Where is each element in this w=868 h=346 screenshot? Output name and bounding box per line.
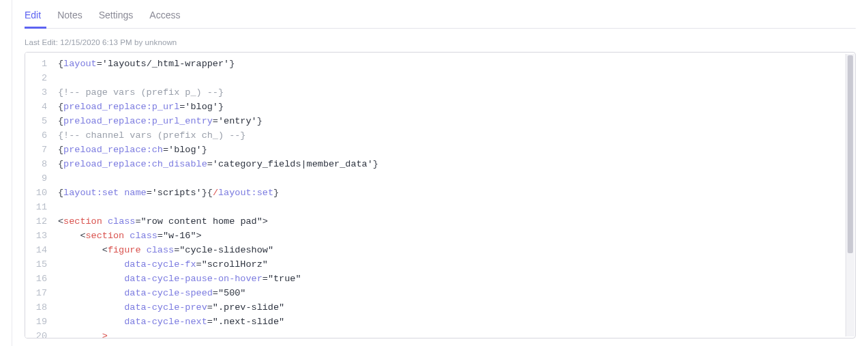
last-edit-value: 12/15/2020 6:13 PM by unknown — [60, 38, 177, 46]
line-number: 20 — [25, 329, 47, 338]
code-line[interactable]: data-cycle-next=".next-slide" — [58, 315, 848, 329]
code-line[interactable]: {preload_replace:ch_disable='category_fi… — [58, 157, 848, 171]
line-number: 15 — [25, 257, 47, 272]
line-number: 5 — [25, 114, 47, 128]
code-editor-viewport: 1234567891011121314151617181920 {layout=… — [25, 53, 855, 338]
code-line[interactable]: {preload_replace:ch='blog'} — [58, 143, 848, 157]
line-number-gutter: 1234567891011121314151617181920 — [25, 53, 51, 338]
tab-edit[interactable]: Edit — [25, 10, 49, 28]
line-number: 3 — [25, 85, 47, 100]
left-edge-strip — [0, 0, 12, 346]
code-line[interactable]: data-cycle-pause-on-hover="true" — [58, 272, 848, 286]
line-number: 19 — [25, 315, 47, 329]
code-editor[interactable]: 1234567891011121314151617181920 {layout=… — [25, 52, 856, 338]
last-edit-prefix: Last Edit: — [25, 38, 60, 46]
code-line[interactable]: <section class="w-16"> — [58, 229, 848, 243]
line-number: 11 — [25, 200, 47, 214]
code-line[interactable] — [58, 171, 848, 186]
code-line[interactable]: <section class="row content home pad"> — [58, 214, 848, 229]
last-edit-caption: Last Edit: 12/15/2020 6:13 PM by unknown — [25, 38, 856, 46]
tab-access[interactable]: Access — [141, 10, 188, 28]
code-line[interactable]: {!-- channel vars (prefix ch_) --} — [58, 128, 848, 143]
code-line[interactable]: > — [58, 329, 848, 338]
code-line[interactable]: data-cycle-speed="500" — [58, 286, 848, 300]
line-number: 8 — [25, 157, 47, 171]
code-line[interactable]: data-cycle-prev=".prev-slide" — [58, 300, 848, 315]
code-line[interactable]: {layout:set name='scripts'}{/layout:set} — [58, 186, 848, 200]
vertical-scrollbar[interactable] — [845, 54, 854, 336]
line-number: 12 — [25, 214, 47, 229]
line-number: 4 — [25, 100, 47, 114]
tab-settings[interactable]: Settings — [91, 10, 142, 28]
code-line[interactable]: {!-- page vars (prefix p_) --} — [58, 85, 848, 100]
line-number: 6 — [25, 128, 47, 143]
code-line[interactable]: {preload_replace:p_url_entry='entry'} — [58, 114, 848, 128]
line-number: 16 — [25, 272, 47, 286]
line-number: 14 — [25, 243, 47, 257]
line-number: 17 — [25, 286, 47, 300]
code-line[interactable]: <figure class="cycle-slideshow" — [58, 243, 848, 257]
line-number: 2 — [25, 71, 47, 85]
page-root: Edit Notes Settings Access Last Edit: 12… — [0, 0, 868, 346]
tab-bar: Edit Notes Settings Access — [25, 0, 856, 29]
line-number: 18 — [25, 300, 47, 315]
vertical-scrollbar-thumb[interactable] — [848, 55, 853, 253]
code-line[interactable]: data-cycle-fx="scrollHorz" — [58, 257, 848, 272]
content-area: Edit Notes Settings Access Last Edit: 12… — [12, 0, 868, 346]
code-line[interactable] — [58, 71, 848, 85]
line-number: 9 — [25, 171, 47, 186]
line-number: 13 — [25, 229, 47, 243]
code-body[interactable]: {layout='layouts/_html-wrapper'} {!-- pa… — [51, 53, 855, 338]
line-number: 10 — [25, 186, 47, 200]
tab-notes[interactable]: Notes — [49, 10, 91, 28]
code-line[interactable]: {preload_replace:p_url='blog'} — [58, 100, 848, 114]
code-line[interactable]: {layout='layouts/_html-wrapper'} — [58, 57, 848, 71]
code-line[interactable] — [58, 200, 848, 214]
line-number: 7 — [25, 143, 47, 157]
line-number: 1 — [25, 57, 47, 71]
